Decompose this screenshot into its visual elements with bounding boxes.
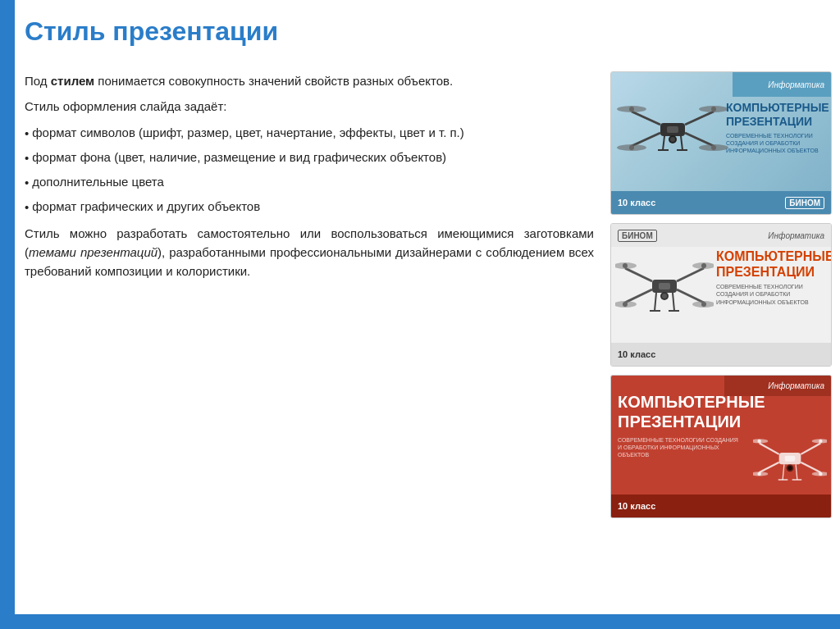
svg-line-37 (673, 293, 674, 311)
svg-rect-21 (659, 283, 670, 289)
book2-informatika-label: Информатика (768, 231, 824, 240)
svg-point-51 (819, 440, 822, 443)
page-container: Стиль презентации Под стилем понимается … (0, 0, 840, 629)
bullet-dot-2: • (25, 148, 29, 167)
svg-point-15 (670, 137, 675, 142)
book3-title: КОМПЬЮТЕРНЫЕ ПРЕЗЕНТАЦИИ (618, 392, 741, 431)
para1-part1: Под (25, 74, 51, 88)
book1-title: КОМПЬЮТЕРНЫЕ ПРЕЗЕНТАЦИИ (726, 101, 824, 129)
svg-line-23 (677, 268, 704, 281)
book2-title-box: КОМПЬЮТЕРНЫЕ ПРЕЗЕНТАЦИИ СОВРЕМЕННЫЕ ТЕХ… (716, 248, 827, 306)
svg-line-16 (663, 136, 664, 150)
svg-point-11 (711, 107, 716, 112)
bullet-list: • формат символов (шрифт, размер, цвет, … (25, 123, 594, 217)
svg-point-13 (711, 145, 716, 150)
book-card-3: Информатика КОМПЬЮТЕРНЫЕ ПРЕЗЕНТАЦИИ СОВ… (610, 375, 832, 518)
page-title: Стиль презентации (25, 16, 832, 53)
bullet-dot-3: • (25, 173, 29, 192)
book-card-2: БИНОМ Информатика (610, 223, 832, 367)
book1-informatika-label: Информатика (768, 80, 824, 89)
book3-drone-svg (753, 427, 827, 493)
book2-subtitle: СОВРЕМЕННЫЕ ТЕХНОЛОГИИ СОЗДАНИЯ И ОБРАБО… (716, 283, 827, 305)
paragraph-1: Под стилем понимается совокупность значе… (25, 71, 594, 90)
bullet-dot-4: • (25, 198, 29, 217)
book1-top-bar: Информатика (733, 72, 831, 97)
book1-drone-svg (615, 89, 730, 171)
book2-title: КОМПЬЮТЕРНЫЕ ПРЕЗЕНТАЦИИ (716, 248, 827, 280)
svg-point-55 (788, 466, 792, 470)
bullet-text-1: формат символов (шрифт, размер, цвет, на… (32, 123, 464, 143)
svg-point-52 (757, 472, 760, 476)
paragraph-2: Стиль оформления слайда задаёт: (25, 97, 594, 116)
svg-line-25 (677, 289, 704, 303)
svg-point-12 (629, 145, 634, 150)
svg-point-53 (819, 472, 822, 476)
book2-publisher-logo: БИНОМ (618, 230, 657, 242)
book3-subtitle: СОВРЕМЕННЫЕ ТЕХНОЛОГИИ СОЗДАНИЯ И ОБРАБО… (618, 436, 741, 458)
svg-point-35 (662, 294, 667, 299)
left-accent-bar (0, 0, 15, 629)
paragraph-3: Стиль можно разработать самостоятельно и… (25, 224, 594, 281)
book1-subtitle: СОВРЕМЕННЫЕ ТЕХНОЛОГИИ СОЗДАНИЯ И ОБРАБО… (726, 132, 824, 154)
text-column: Под стилем понимается совокупность значе… (25, 71, 594, 608)
svg-point-33 (701, 302, 706, 307)
bullet-text-2: формат фона (цвет, наличие, размещение и… (32, 148, 446, 167)
svg-line-43 (801, 444, 820, 454)
book1-publisher: БИНОМ (785, 197, 824, 209)
book2-top-bar: БИНОМ Информатика (611, 224, 831, 247)
book3-class: 10 класс (618, 501, 655, 511)
para3-italic: темами презентаций (29, 245, 158, 259)
bullet-item-1: • формат символов (шрифт, размер, цвет, … (25, 123, 594, 143)
book2-bottom: 10 класс (611, 343, 831, 366)
svg-line-22 (625, 268, 652, 281)
book2-drone (615, 247, 714, 329)
svg-line-44 (760, 463, 779, 472)
book3-drone (753, 427, 827, 493)
para1-bold: стилем (51, 74, 94, 88)
bullet-text-3: дополнительные цвета (32, 172, 164, 192)
svg-line-24 (625, 289, 652, 303)
book1-bottom: 10 класс БИНОМ (611, 191, 831, 214)
svg-point-50 (757, 440, 760, 443)
svg-line-5 (685, 133, 714, 146)
bullet-item-2: • формат фона (цвет, наличие, размещение… (25, 148, 594, 167)
book2-drone-svg (615, 247, 714, 329)
bottom-accent-bar (0, 614, 840, 629)
svg-point-10 (629, 107, 634, 112)
book2-class: 10 класс (618, 349, 655, 359)
para1-part2: понимается совокупность значений свойств… (94, 74, 453, 88)
content-row: Под стилем понимается совокупность значе… (25, 71, 832, 608)
main-content: Стиль презентации Под стилем понимается … (25, 16, 832, 608)
bullet-text-4: формат графических и других объектов (32, 197, 260, 217)
svg-line-56 (783, 464, 784, 480)
svg-rect-41 (785, 456, 795, 462)
svg-point-32 (623, 302, 628, 307)
svg-rect-1 (667, 126, 678, 133)
images-column: Информатика (610, 71, 832, 608)
svg-line-36 (655, 293, 656, 311)
book1-class: 10 класс (618, 198, 655, 207)
book1-drone (615, 89, 730, 171)
svg-point-31 (701, 263, 706, 268)
svg-line-4 (632, 133, 660, 146)
svg-line-57 (796, 464, 797, 480)
book3-bottom: 10 класс (611, 495, 831, 517)
book-card-1: Информатика (610, 71, 832, 215)
bullet-item-3: • дополнительные цвета (25, 172, 594, 192)
bullet-dot-1: • (25, 124, 29, 143)
svg-line-3 (685, 112, 714, 125)
svg-line-45 (801, 463, 820, 472)
svg-line-42 (760, 444, 779, 454)
svg-line-2 (632, 112, 660, 125)
book3-title-box: КОМПЬЮТЕРНЫЕ ПРЕЗЕНТАЦИИ СОВРЕМЕННЫЕ ТЕХ… (618, 392, 741, 458)
svg-line-17 (681, 136, 682, 150)
book3-informatika-label: Информатика (768, 381, 824, 390)
svg-point-30 (623, 263, 628, 268)
bullet-item-4: • формат графических и других объектов (25, 197, 594, 217)
book1-title-box: КОМПЬЮТЕРНЫЕ ПРЕЗЕНТАЦИИ СОВРЕМЕННЫЕ ТЕХ… (726, 101, 824, 154)
